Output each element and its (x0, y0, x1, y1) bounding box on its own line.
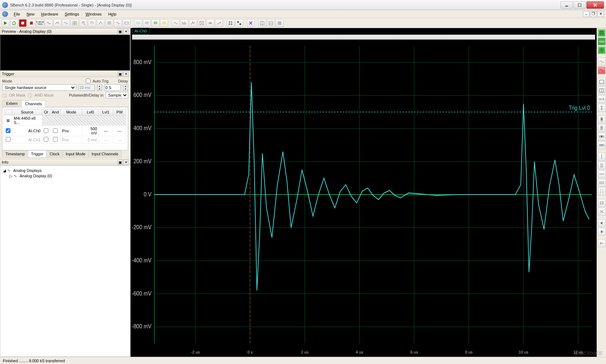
col-lvl0[interactable]: Lvl0 (82, 109, 99, 115)
zoom-hout-icon[interactable]: − (598, 141, 606, 149)
pw-unit-select[interactable]: Samples (106, 92, 128, 98)
tool-wave4-icon[interactable] (71, 19, 79, 27)
tool-force-trig-icon[interactable]: FORCETRIG (36, 19, 44, 27)
cursor3-icon[interactable] (598, 170, 606, 178)
marker1-icon[interactable] (598, 199, 606, 207)
expand-icon[interactable]: ⊞ (6, 118, 10, 123)
bottab-trigger[interactable]: Trigger (28, 150, 47, 157)
tool-m1-icon[interactable] (172, 19, 180, 27)
tab-extern[interactable]: Extern (2, 100, 22, 107)
tool-record-icon[interactable] (19, 19, 27, 27)
tool-w1-icon[interactable] (258, 19, 266, 27)
tab-channels[interactable]: Channels (21, 100, 46, 107)
cursor4-icon[interactable] (598, 179, 606, 187)
close-button[interactable] (587, 1, 604, 9)
scroll-right-icon[interactable] (598, 228, 606, 236)
tool-g1-icon[interactable] (227, 19, 234, 27)
scroll-left-icon[interactable] (598, 219, 606, 227)
expand-icon[interactable]: ▷ (9, 174, 13, 178)
zoom-reset2-icon[interactable] (598, 86, 606, 94)
source-select[interactable]: Single hardware source (2, 84, 76, 91)
minimize-button[interactable] (561, 1, 573, 9)
delay-spinner[interactable]: ▲▼ (123, 84, 128, 91)
tool-wave3-icon[interactable] (62, 19, 70, 27)
tool-del-icon[interactable] (247, 19, 255, 27)
tool-w3-icon[interactable] (276, 19, 284, 27)
row-enable-checkbox[interactable] (6, 137, 10, 142)
preview-close-icon[interactable]: ✕ (123, 29, 128, 34)
tool-wave5-icon[interactable] (79, 19, 87, 27)
tree-child[interactable]: ▷ ∿ Analog Display (0) (3, 173, 128, 179)
info-close-icon[interactable]: ✕ (123, 160, 128, 165)
col-lvl1[interactable]: Lvl1 (99, 109, 113, 115)
trigger-pin-icon[interactable]: ▣ (118, 71, 123, 76)
tool-m5-icon[interactable] (206, 19, 214, 27)
sig1-icon[interactable] (598, 58, 606, 66)
bottab-inputmode[interactable]: Input Mode (62, 150, 89, 157)
col-and[interactable]: And (50, 109, 61, 115)
cursor2-icon[interactable] (598, 161, 606, 169)
menu-windows[interactable]: Windows (83, 11, 105, 17)
tool-wave8-icon[interactable] (105, 19, 113, 27)
tool-m2-icon[interactable] (180, 19, 188, 27)
zoom-reset1-icon[interactable] (598, 78, 606, 86)
timeout-spinner[interactable]: ▲▼ (97, 84, 102, 91)
zoom-hin-icon[interactable]: + (598, 133, 606, 141)
col-source[interactable]: Source (12, 109, 42, 115)
zoom-out-icon[interactable]: − (598, 124, 606, 132)
row-enable-checkbox[interactable] (6, 128, 10, 133)
maximize-button[interactable] (574, 1, 586, 9)
info-pin-icon[interactable]: ▣ (118, 160, 123, 165)
channel-label[interactable]: AI-Ch0 (132, 28, 149, 34)
tool-stop-icon[interactable] (27, 19, 35, 27)
cursor1-icon[interactable] (598, 153, 606, 161)
menu-hardware[interactable]: Hardware (38, 11, 61, 17)
tool-wave1-icon[interactable] (45, 19, 53, 27)
col-or[interactable]: Or (42, 109, 50, 115)
tool-wave7-icon[interactable] (97, 19, 105, 27)
tool-m4-icon[interactable] (198, 19, 206, 27)
table-row[interactable]: AI-Ch1 Pos 0 mV --- --- (4, 136, 126, 143)
tool-screen4-icon[interactable] (160, 19, 168, 27)
tool-play-icon[interactable] (1, 19, 9, 27)
tool-screen1-icon[interactable] (134, 19, 142, 27)
menu-new[interactable]: New (24, 11, 38, 17)
bottab-inputchannels[interactable]: Input Channels (88, 150, 122, 157)
marker2-icon[interactable] (598, 208, 606, 216)
table-row[interactable]: AI-Ch0 Pos 500 mV --- --- (4, 126, 126, 136)
tool-m3-icon[interactable] (189, 19, 197, 27)
tool-wave2-icon[interactable] (53, 19, 61, 27)
collapse-icon[interactable]: ◢ (3, 168, 6, 173)
sig2-icon[interactable] (598, 66, 606, 74)
tool-w2-icon[interactable] (267, 19, 275, 27)
tool-m6-icon[interactable] (215, 19, 223, 27)
undo-icon[interactable] (598, 239, 606, 247)
tree-root[interactable]: ◢ ∿ Analog Displays (3, 168, 128, 173)
mdi-restore-button[interactable]: ❐ (590, 11, 597, 17)
grid-major-icon[interactable] (598, 46, 606, 54)
row-or-checkbox[interactable] (44, 137, 48, 142)
tool-screen3-icon[interactable] (152, 19, 159, 27)
horizontal-scrollbar[interactable] (132, 35, 595, 40)
bottab-timestamp[interactable]: Timestamp (2, 150, 28, 157)
mdi-close-button[interactable]: ✕ (597, 11, 604, 17)
trigger-close-icon[interactable]: ✕ (123, 71, 128, 76)
cursor5-icon[interactable] (598, 187, 606, 195)
delay-field[interactable] (104, 84, 121, 91)
tool-loop-icon[interactable] (10, 19, 18, 27)
row-or-checkbox[interactable] (44, 128, 48, 133)
preview-pin-icon[interactable]: ▣ (118, 29, 123, 34)
menu-settings[interactable]: Settings (62, 11, 82, 17)
tool-wave6-icon[interactable] (88, 19, 96, 27)
tool-wave10-icon[interactable] (123, 19, 131, 27)
row-and-checkbox[interactable] (53, 128, 58, 133)
col-mode[interactable]: Mode (61, 109, 82, 115)
bottab-clock[interactable]: Clock (46, 150, 63, 157)
zoom-y-icon[interactable] (598, 104, 606, 112)
table-row[interactable]: ⊞ M4i.4450-x8 S... (4, 115, 126, 126)
tool-screen2-icon[interactable] (143, 19, 151, 27)
mdi-minimize-button[interactable]: – (583, 11, 589, 17)
col-pw[interactable]: PW (113, 109, 126, 115)
tool-g2-icon[interactable] (235, 19, 243, 27)
row-and-checkbox[interactable] (53, 137, 58, 142)
